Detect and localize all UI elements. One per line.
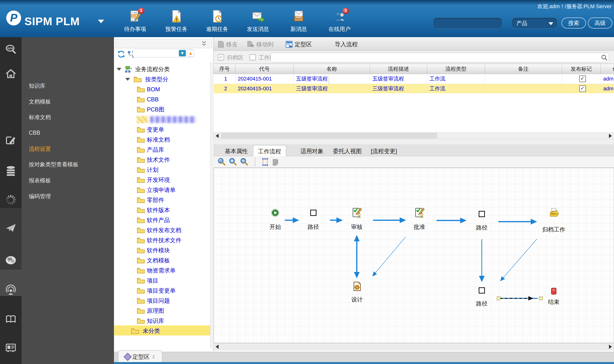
tree-search-down-button[interactable]: ▼ — [179, 50, 186, 57]
published-checkbox[interactable]: ✓ — [579, 76, 586, 82]
nav-overdue-tasks-button[interactable]: 逾期任务 — [199, 10, 235, 34]
table-hscrollbar[interactable] — [213, 132, 614, 139]
cell-name[interactable]: 三级签审流程 — [294, 84, 370, 93]
tab-basic-properties[interactable]: 基本属性 — [223, 146, 250, 156]
tree-item-schematic[interactable]: 原理图 — [137, 305, 196, 315]
print-preview-icon[interactable] — [271, 157, 280, 167]
tree-item-doc-template[interactable]: 文档模板 — [137, 255, 196, 265]
menu-item-code-management[interactable]: 编码管理 — [29, 193, 110, 201]
finalized-area-button[interactable]: 定型区 — [286, 40, 312, 48]
cell-note[interactable] — [485, 74, 562, 84]
tree-item-censored[interactable] — [137, 114, 196, 124]
menu-item-view-templates-by-type[interactable]: 按对象类型查看模板 — [29, 161, 110, 169]
work-area-checkbox[interactable] — [250, 54, 256, 60]
logo-icon[interactable]: P — [6, 11, 21, 26]
menu-item-doc-template[interactable]: 文档模板 — [29, 98, 110, 106]
import-process-button[interactable]: 导入流程 — [335, 40, 358, 48]
flow-node-path3[interactable] — [479, 287, 485, 294]
scroll-left-arrow[interactable] — [216, 134, 219, 138]
tree-expand-arrow-icon[interactable] — [125, 78, 130, 81]
loading-spinner-icon[interactable] — [5, 194, 16, 206]
cell-creator[interactable]: adm — [601, 84, 614, 93]
move-to-button[interactable]: 移动到 — [247, 40, 274, 48]
cell-desc[interactable]: 三级签审流程 — [370, 84, 427, 93]
tree-item-pcb[interactable]: PCB图 — [137, 104, 196, 114]
flow-node-design[interactable] — [352, 281, 362, 291]
tree-item-sw-tech-file[interactable]: 软件技术文件 — [137, 235, 196, 245]
flow-node-start[interactable] — [271, 208, 279, 217]
double-chevron-down-icon[interactable] — [200, 41, 208, 47]
menu-item-cbb[interactable]: CBB — [29, 130, 110, 138]
nav-send-message-button[interactable]: 发送消息 — [240, 10, 276, 34]
zoom-in-icon[interactable] — [228, 157, 237, 167]
nav-warning-tasks-button[interactable]: 预警任务 — [158, 10, 194, 34]
nav-new-message-button[interactable]: 新消息 — [281, 10, 317, 34]
tab-applicable-objects[interactable]: 适用对象 — [299, 146, 325, 156]
tree-item-sw-module[interactable]: 软件模块 — [137, 245, 196, 255]
process-search-input[interactable] — [270, 53, 609, 62]
scroll-left-arrow[interactable] — [216, 345, 219, 349]
dock-resize-icon[interactable] — [152, 355, 155, 359]
menu-item-standard-doc[interactable]: 标准文档 — [29, 114, 110, 122]
tree-item-sw-release-doc[interactable]: 软件发布文档 — [137, 225, 196, 235]
tree-item-project-application[interactable]: 立项申请单 — [137, 184, 196, 195]
sipm-search-icon[interactable]: SIPM — [5, 44, 16, 55]
zoom-reset-icon[interactable] — [217, 157, 226, 167]
flow-node-approve[interactable] — [414, 208, 425, 218]
col-note[interactable]: 备注 — [485, 64, 562, 74]
tree-expand-arrow-icon[interactable] — [117, 68, 121, 71]
tree-vertical-scrollbar[interactable] — [210, 62, 213, 349]
cell-creator[interactable]: adm — [601, 74, 614, 84]
menu-item-process-settings[interactable]: 流程设置 — [29, 145, 110, 153]
broadcast-icon[interactable] — [5, 284, 16, 296]
search-button[interactable]: 搜索 — [561, 17, 586, 28]
paper-plane-icon[interactable] — [5, 222, 16, 234]
col-code[interactable]: 代号 — [235, 64, 294, 74]
tree-item-plan[interactable]: 计划 — [137, 164, 196, 174]
flow-node-path1[interactable] — [310, 210, 317, 216]
cell-code[interactable]: 20240415-001 — [235, 74, 294, 84]
archive-area-checkbox[interactable]: ✓ — [218, 54, 224, 60]
tree-search-up-button[interactable]: ▲ — [187, 50, 194, 57]
col-seq[interactable]: 序号 — [214, 64, 235, 74]
col-desc[interactable]: 流程描述 — [370, 64, 427, 74]
connector-handle[interactable] — [539, 297, 543, 300]
search-category-select[interactable]: 产品 — [512, 17, 557, 28]
tree-item-standard-doc[interactable]: 标准文档 — [137, 134, 196, 144]
logo-dropdown-caret-icon[interactable] — [98, 20, 104, 23]
tab-process-change[interactable]: [流程变更] — [368, 146, 400, 156]
scroll-right-arrow[interactable] — [609, 134, 612, 138]
contact-card-icon[interactable] — [5, 342, 16, 353]
tab-delegate-view[interactable]: 委托人视图 — [331, 146, 363, 156]
flow-node-archive[interactable] — [548, 208, 559, 219]
search-icon[interactable] — [601, 54, 608, 61]
cell-seq[interactable]: 1 — [214, 74, 235, 84]
tree-group-by-type[interactable]: 按类型分 — [125, 74, 168, 84]
tree-item-tech-file[interactable]: 技术文件 — [137, 154, 196, 164]
edit-icon[interactable] — [5, 135, 16, 146]
dock-tab-finalized-area[interactable]: 定型区 — [118, 350, 162, 363]
tree-item-dev-env[interactable]: 开发环境 — [137, 174, 196, 184]
cell-desc[interactable]: 五级签审流程 — [370, 74, 427, 84]
fit-page-icon[interactable] — [261, 157, 270, 167]
tree-item-cbb[interactable]: CBB — [137, 94, 196, 104]
remove-button[interactable]: 移去 — [218, 40, 237, 48]
flow-node-review[interactable] — [351, 208, 362, 218]
refresh-icon[interactable] — [117, 50, 126, 58]
tab-workflow[interactable]: 工作流程 — [253, 145, 286, 157]
tree-item-bom[interactable]: BOM — [137, 84, 196, 94]
menu-item-report-template[interactable]: 报表模板 — [29, 177, 110, 185]
tree-item-change-order[interactable]: 变更单 — [137, 124, 196, 134]
tree-item-project[interactable]: 项目 — [137, 275, 196, 285]
selected-connector[interactable] — [497, 297, 543, 300]
cell-type[interactable]: 工作流 — [427, 74, 485, 84]
flow-node-end[interactable] — [551, 287, 557, 295]
col-creator[interactable]: 创 — [601, 64, 614, 74]
cell-note[interactable] — [485, 84, 562, 93]
chat-bubbles-icon[interactable] — [5, 255, 16, 266]
open-book-icon[interactable] — [5, 313, 16, 325]
tree-item-project-issue[interactable]: 项目问题 — [137, 295, 196, 305]
table-row[interactable]: 1 20240415-001 五级签审流程 五级签审流程 工作流 ✓ adm — [214, 74, 614, 84]
cell-code[interactable]: 20240415-001 — [235, 84, 294, 93]
tree-item-product-lib[interactable]: 产品库 — [137, 144, 196, 154]
